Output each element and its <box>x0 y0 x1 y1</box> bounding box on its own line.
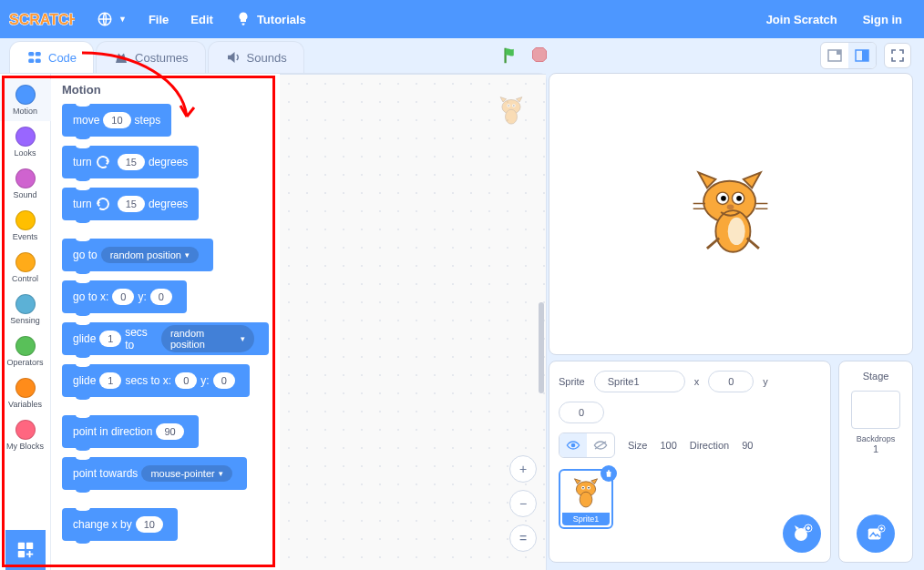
block-turn-ccw[interactable]: turn 15degrees <box>62 188 199 220</box>
svg-rect-11 <box>17 543 24 549</box>
category-motion[interactable]: Motion <box>0 79 51 121</box>
green-flag-icon[interactable] <box>501 46 521 66</box>
svg-point-28 <box>571 443 574 446</box>
cat-plus-icon <box>791 523 813 545</box>
svg-rect-13 <box>17 551 24 557</box>
tab-costumes[interactable]: Costumes <box>96 41 206 73</box>
tab-sounds[interactable]: Sounds <box>208 41 304 73</box>
fullscreen-icon <box>890 48 905 63</box>
stage-size-toggle <box>820 42 877 69</box>
main-area: Motion Looks Sound Events Control Sensin… <box>0 73 924 570</box>
sounds-icon <box>225 49 241 66</box>
workspace-scrollbar[interactable] <box>539 302 544 393</box>
scratch-logo[interactable]: SCRATCH <box>9 6 75 32</box>
svg-point-22 <box>727 218 744 245</box>
zoom-out-button[interactable]: − <box>509 490 537 517</box>
sprite-info-panel: Sprite Sprite1 x 0 y 0 Size 100 Directio… <box>549 361 831 563</box>
visibility-toggle <box>559 433 615 458</box>
sprite-thumbnail[interactable]: Sprite1 <box>559 469 613 529</box>
svg-point-19 <box>513 105 514 106</box>
stage-title: Stage <box>863 371 889 382</box>
svg-rect-3 <box>36 52 41 56</box>
eye-off-icon <box>593 440 608 451</box>
sprite-name-input[interactable]: Sprite1 <box>594 371 685 392</box>
sprite-watermark <box>495 93 528 131</box>
sprite-size-input[interactable]: 100 <box>660 440 676 451</box>
lightbulb-icon <box>235 11 252 27</box>
category-events[interactable]: Events <box>0 205 51 247</box>
backdrop-thumbnail[interactable] <box>851 391 900 429</box>
svg-rect-12 <box>26 543 32 549</box>
top-menu-bar: SCRATCH ▼ File Edit Tutorials Join Scrat… <box>0 0 924 38</box>
sprite-x-input[interactable]: 0 <box>708 371 754 392</box>
category-looks[interactable]: Looks <box>0 121 51 163</box>
add-sprite-button[interactable] <box>783 514 821 553</box>
blocks-panel: Motion Looks Sound Events Control Sensin… <box>0 73 547 570</box>
block-turn-cw[interactable]: turn 15degrees <box>62 146 199 178</box>
costumes-icon <box>113 49 129 66</box>
palette-heading: Motion <box>62 83 269 97</box>
svg-point-26 <box>736 196 742 201</box>
sign-in-link[interactable]: Sign in <box>850 13 915 26</box>
extension-icon <box>15 540 36 560</box>
svg-point-33 <box>582 487 584 489</box>
large-stage-button[interactable] <box>848 43 876 68</box>
script-workspace[interactable]: + − = <box>280 74 546 570</box>
sprite-y-input[interactable]: 0 <box>559 402 604 423</box>
blocks-palette: Motion move10steps turn 15degrees turn 1… <box>51 74 280 570</box>
svg-rect-8 <box>837 50 841 55</box>
svg-point-15 <box>506 109 518 124</box>
svg-point-34 <box>588 487 590 489</box>
block-glide-random[interactable]: glide1secs torandom position <box>62 322 269 355</box>
block-glide-xy[interactable]: glide1secs to x:0y:0 <box>62 364 250 397</box>
category-sound[interactable]: Sound <box>0 163 51 205</box>
block-goto-xy[interactable]: go to x:0y:0 <box>62 280 187 313</box>
edit-menu[interactable]: Edit <box>180 0 224 38</box>
block-goto-random[interactable]: go torandom position <box>62 239 213 271</box>
stage-canvas[interactable] <box>549 73 913 355</box>
svg-point-18 <box>508 105 508 106</box>
svg-rect-10 <box>862 50 868 61</box>
language-menu[interactable]: ▼ <box>86 0 138 38</box>
join-scratch-link[interactable]: Join Scratch <box>754 13 850 26</box>
category-control[interactable]: Control <box>0 247 51 289</box>
stage-panel: Stage Backdrops 1 <box>838 361 913 563</box>
block-change-x[interactable]: change x by10 <box>62 508 178 541</box>
fullscreen-button[interactable] <box>884 43 911 68</box>
code-icon <box>26 49 43 66</box>
add-backdrop-button[interactable] <box>857 514 895 553</box>
turn-ccw-icon <box>95 196 111 212</box>
right-column: Sprite Sprite1 x 0 y 0 Size 100 Directio… <box>547 73 920 570</box>
eye-icon <box>566 440 580 451</box>
tab-code[interactable]: Code <box>9 41 94 73</box>
sprite-direction-input[interactable]: 90 <box>742 440 753 451</box>
show-sprite-button[interactable] <box>560 433 587 457</box>
zoom-reset-button[interactable]: = <box>509 524 537 552</box>
svg-rect-2 <box>28 52 34 56</box>
file-menu[interactable]: File <box>138 0 180 38</box>
globe-icon <box>97 11 113 27</box>
category-sensing[interactable]: Sensing <box>0 289 51 331</box>
hide-sprite-button[interactable] <box>587 433 614 457</box>
category-myblocks[interactable]: My Blocks <box>0 414 51 456</box>
tutorials-menu[interactable]: Tutorials <box>224 0 317 38</box>
svg-point-30 <box>580 492 592 507</box>
trash-icon <box>604 469 613 478</box>
sprite-on-stage[interactable] <box>688 167 775 261</box>
svg-point-27 <box>726 204 734 209</box>
category-operators[interactable]: Operators <box>0 331 51 372</box>
block-point-towards[interactable]: point towardsmouse-pointer <box>62 457 247 490</box>
small-stage-button[interactable] <box>821 43 848 68</box>
svg-rect-5 <box>36 59 41 64</box>
turn-cw-icon <box>95 154 111 170</box>
add-extension-button[interactable] <box>5 530 46 570</box>
image-plus-icon <box>866 524 886 544</box>
category-variables[interactable]: Variables <box>0 372 51 414</box>
block-point-direction[interactable]: point in direction90 <box>62 415 199 448</box>
delete-sprite-button[interactable] <box>601 465 617 482</box>
block-move-steps[interactable]: move10steps <box>62 104 171 137</box>
stop-icon[interactable] <box>530 46 549 64</box>
zoom-in-button[interactable]: + <box>509 455 537 483</box>
svg-text:SCRATCH: SCRATCH <box>9 12 75 27</box>
svg-point-25 <box>721 196 726 201</box>
